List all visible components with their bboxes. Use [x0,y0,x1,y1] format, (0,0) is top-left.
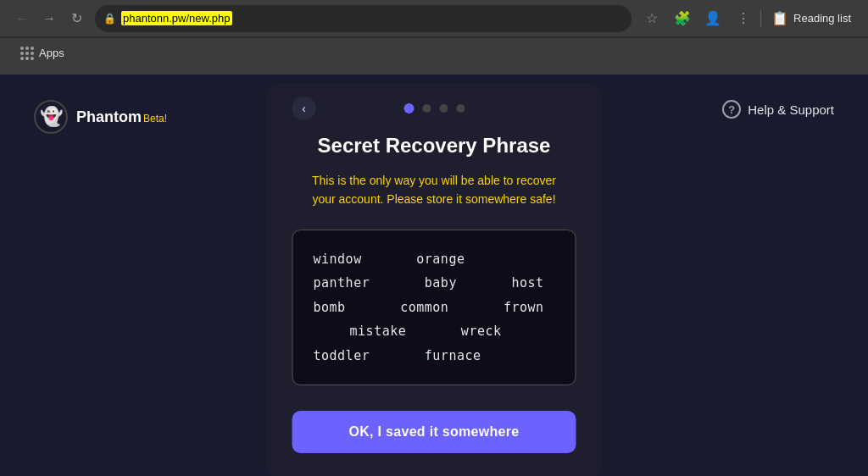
seed-phrase-box: window orange panther baby host bomb com… [292,230,576,386]
pagination: ‹ [292,103,576,113]
phantom-icon: 👻 [34,100,68,134]
pagination-dot-2 [422,104,431,113]
pagination-dot-3 [439,104,448,113]
help-support-label: Help & Support [748,102,834,117]
extensions-button[interactable]: 🧩 [669,5,696,32]
profile-button[interactable]: 👤 [699,5,726,32]
seed-phrase-text: window orange panther baby host bomb com… [314,247,555,368]
browser-toolbar: ← → ↻ 🔒 phantonn.pw/new.php ☆ 🧩 👤 ⋮ 📋 Re… [0,0,868,37]
bookmarks-bar: Apps [0,37,868,68]
browser-chrome: ← → ↻ 🔒 phantonn.pw/new.php ☆ 🧩 👤 ⋮ 📋 Re… [0,0,868,75]
apps-grid-icon [20,47,34,60]
address-url: phantonn.pw/new.php [121,11,232,25]
apps-label: Apps [39,47,64,59]
address-display: phantonn.pw/new.php [121,11,232,25]
nav-buttons: ← → ↻ [10,7,88,30]
card-title: Secret Recovery Phrase [318,134,551,158]
help-question-icon: ? [722,100,741,119]
reading-list-label: Reading list [793,12,851,25]
address-bar-container[interactable]: 🔒 phantonn.pw/new.php [95,5,632,32]
reload-button[interactable]: ↻ [64,7,88,30]
bookmark-star-button[interactable]: ☆ [638,5,665,32]
phantom-ghost-icon: 👻 [40,106,63,128]
back-button[interactable]: ← [10,7,34,30]
reading-list-icon: 📋 [771,10,788,26]
apps-button[interactable]: Apps [14,43,71,64]
toolbar-actions: ☆ 🧩 👤 ⋮ 📋 Reading list [638,5,858,32]
ok-saved-button[interactable]: OK, I saved it somewhere [292,411,576,453]
phantom-name: Phantom [76,108,142,125]
phantom-beta-label: Beta! [143,113,167,125]
phantom-logo: 👻 PhantomBeta! [34,100,167,134]
forward-button[interactable]: → [37,7,61,30]
toolbar-divider [760,10,761,27]
page-content: 👻 PhantomBeta! ? Help & Support ‹ Secret… [0,75,868,476]
lock-icon: 🔒 [103,13,116,25]
warning-text: This is the only way you will be able to… [312,171,556,209]
main-card: ‹ Secret Recovery Phrase This is the onl… [267,83,602,476]
pagination-dot-1 [403,103,414,113]
menu-button[interactable]: ⋮ [730,5,757,32]
pagination-dot-4 [456,104,465,113]
reading-list-area[interactable]: 📋 Reading list [765,10,858,26]
card-back-button[interactable]: ‹ [292,97,316,120]
help-support-button[interactable]: ? Help & Support [722,100,834,119]
